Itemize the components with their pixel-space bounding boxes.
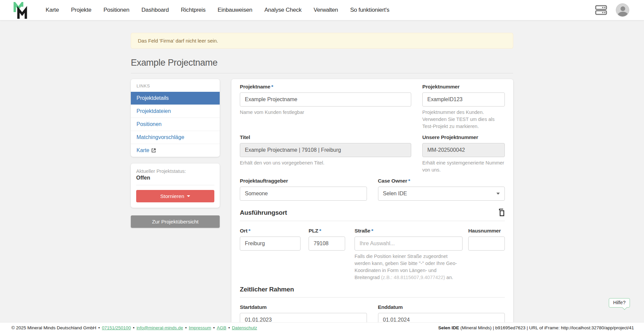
footer-copyright: © 2025 Mineral Minds Deutschland GmbH	[11, 325, 96, 330]
nav-item-karte[interactable]: Karte	[46, 7, 59, 13]
plz-label: PLZ*	[309, 228, 345, 234]
titel-help: Erhält den von uns vorgegebenen Titel.	[240, 159, 411, 166]
strasse-label: Straße*	[355, 228, 463, 234]
required-marker: *	[371, 228, 373, 234]
section-title-ausfuehrungsort: Ausführungsort	[240, 209, 287, 216]
links-header: LINKS	[131, 79, 220, 92]
footer: © 2025 Mineral Minds Deutschland GmbH • …	[0, 322, 644, 333]
project-details-form: Projektname* Name vom Kunden festlegbar …	[231, 79, 513, 333]
strasse-help: Falls die Position keiner Straße zugeord…	[355, 253, 463, 281]
required-marker: *	[271, 84, 273, 89]
enddatum-label: Enddatum	[378, 304, 505, 310]
unsere-projektnummer-label: Unsere Projektnummer	[422, 134, 505, 140]
status-value: Offen	[136, 175, 214, 181]
projektauftraggeber-label: Projektauftraggeber	[240, 178, 367, 184]
strasse-input[interactable]	[355, 237, 463, 251]
stornieren-label: Stornieren	[160, 193, 184, 199]
stornieren-button[interactable]: Stornieren	[136, 190, 214, 202]
sidebar-item-projektdetails[interactable]: Projektdetails	[131, 92, 220, 105]
projektname-input[interactable]	[240, 92, 411, 107]
sidebar-item-matchingvorschlaege[interactable]: Matchingvorschläge	[131, 131, 220, 144]
sidebar: LINKS Projektdetails Projektdateien Posi…	[131, 79, 220, 228]
alert-text: Das Feld 'Firma' darf nicht leer sein.	[138, 38, 218, 44]
avatar-head-icon	[621, 6, 625, 11]
titel-label: Titel	[240, 134, 411, 140]
nav-item-projekte[interactable]: Projekte	[71, 7, 92, 13]
page-title: Example Projectname	[131, 58, 513, 73]
hausnummer-input[interactable]	[468, 237, 505, 251]
avatar-body-icon	[618, 12, 628, 17]
zur-projektuebersicht-button[interactable]: Zur Projektübersicht	[131, 215, 220, 228]
nav-item-dashboard[interactable]: Dashboard	[142, 7, 169, 13]
unsere-projektnummer-input	[422, 143, 505, 157]
case-owner-label: Case Owner*	[378, 178, 505, 184]
footer-link-agb[interactable]: AGB	[217, 325, 226, 330]
mineral-minds-logo[interactable]	[13, 2, 30, 19]
top-navigation-bar: Karte Projekte Positionen Dashboard Rich…	[0, 0, 644, 20]
section-divider	[240, 221, 505, 221]
projektname-help: Name vom Kunden festlegbar	[240, 109, 411, 116]
titel-input	[240, 143, 411, 157]
nav-item-so-funktionierts[interactable]: So funktioniert's	[350, 7, 389, 13]
sidebar-item-karte[interactable]: Karte	[131, 144, 220, 157]
caret-down-icon	[187, 195, 190, 197]
nav-item-analyse-check[interactable]: Analyse Check	[264, 7, 302, 13]
sidebar-item-karte-label: Karte	[137, 147, 149, 153]
projektnummer-help: Projektnummer des Kunden. Verwenden Sie …	[422, 109, 505, 130]
footer-session-info: Selen IDE (Mineral Minds) | b91695ed7623…	[438, 325, 634, 330]
case-owner-select[interactable]: Selen IDE	[378, 187, 505, 201]
copy-icon[interactable]	[497, 209, 505, 217]
footer-link-impressum[interactable]: Impressum	[189, 325, 211, 330]
external-link-icon	[151, 148, 156, 153]
main-menu: Karte Projekte Positionen Dashboard Rich…	[46, 7, 389, 13]
hilfe-button[interactable]: Hilfe?	[609, 298, 630, 308]
server-icon[interactable]	[595, 5, 607, 15]
status-label: Aktueller Projektstatus:	[136, 169, 214, 174]
project-status-card: Aktueller Projektstatus: Offen Storniere…	[131, 163, 220, 208]
projektnummer-label: Projektnummer	[422, 84, 505, 90]
user-avatar[interactable]	[616, 3, 629, 17]
sidebar-item-projektdateien[interactable]: Projektdateien	[131, 105, 220, 118]
hausnummer-label: Hausnummer	[468, 228, 505, 234]
unsere-projektnummer-help: Erhält eine systemgenerierte Nummer von …	[422, 159, 505, 174]
required-marker: *	[408, 178, 410, 184]
validation-alert: Das Feld 'Firma' darf nicht leer sein.	[131, 33, 513, 49]
sidebar-item-positionen[interactable]: Positionen	[131, 118, 220, 131]
nav-item-verwalten[interactable]: Verwalten	[314, 7, 338, 13]
projektname-label: Projektname*	[240, 84, 411, 90]
status-divider	[136, 185, 214, 185]
chevron-down-icon	[496, 193, 500, 195]
ort-input[interactable]	[240, 237, 301, 251]
startdatum-label: Startdatum	[240, 304, 367, 310]
footer-link-datenschutz[interactable]: Datenschutz	[232, 325, 257, 330]
nav-item-positionen[interactable]: Positionen	[103, 7, 129, 13]
plz-input[interactable]	[309, 237, 345, 251]
case-owner-selected-value: Selen IDE	[383, 191, 407, 197]
ort-label: Ort*	[240, 228, 301, 234]
nav-item-einbauweisen[interactable]: Einbauweisen	[218, 7, 252, 13]
section-title-zeitlicher-rahmen: Zeitlicher Rahmen	[240, 286, 294, 293]
footer-link-phone[interactable]: 07151/250100	[102, 325, 131, 330]
required-marker: *	[249, 228, 251, 234]
required-marker: *	[319, 228, 321, 234]
nav-item-richtpreis[interactable]: Richtpreis	[181, 7, 206, 13]
section-divider	[240, 297, 505, 297]
projektnummer-input[interactable]	[422, 92, 505, 107]
projektauftraggeber-input[interactable]	[240, 187, 367, 201]
footer-link-email[interactable]: info@mineral-minds.de	[137, 325, 183, 330]
